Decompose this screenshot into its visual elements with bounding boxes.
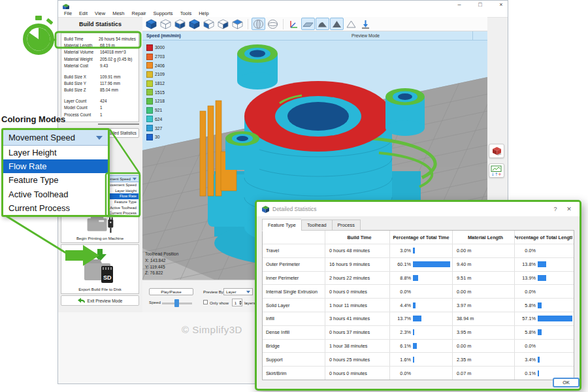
menu-item-tools[interactable]: Tools [180, 10, 192, 16]
coloring-modes-caption: Coloring Modes [1, 114, 65, 124]
menu-item-file[interactable]: File [64, 10, 72, 16]
menu-item-mesh[interactable]: Mesh [112, 10, 124, 16]
chevron-down-icon [246, 291, 250, 293]
legend-value: 3000 [155, 45, 165, 50]
length-percentage-cell: 0.0% [514, 244, 572, 257]
length-percentage-cell: 3.4% [514, 353, 572, 366]
preview-by-label: Preview By [203, 289, 223, 294]
percentage-value: 0.0% [390, 289, 411, 295]
material-length-cell: 0.00 m [452, 340, 514, 353]
legend-entry: 1218 [146, 97, 165, 106]
tab-toolhead[interactable]: Toolhead [301, 220, 332, 231]
stat-label: Material Volume [64, 50, 100, 54]
drop-tool-icon[interactable] [359, 18, 372, 30]
callout-option-active-toolhead[interactable]: Active Toolhead [3, 188, 108, 201]
callout-option-flow-rate[interactable]: Flow Rate [3, 159, 108, 173]
toolbar-separator [283, 19, 284, 29]
cube-left-icon[interactable] [202, 18, 216, 30]
length-percentage-cell: 13.8% [514, 258, 572, 271]
menu-item-help[interactable]: Help [199, 10, 208, 16]
stats-row: Build Time26 hours 54 minutes [64, 35, 136, 42]
menu-item-supports[interactable]: Supports [154, 10, 173, 16]
cube-right-icon[interactable] [216, 18, 230, 30]
ok-button[interactable]: OK [553, 378, 580, 387]
layer-count-spinner[interactable]: 1 [232, 299, 242, 306]
menu-item-edit[interactable]: Edit [79, 10, 88, 16]
legend-swatch [146, 62, 153, 69]
cross-section-tool-button[interactable] [489, 144, 504, 158]
percentage-value: 13.7% [390, 316, 411, 321]
callout-option-current-process[interactable]: Current Process [3, 201, 108, 215]
maximize-button[interactable]: □ [474, 1, 486, 8]
callout-option-feature-type[interactable]: Feature Type [3, 173, 108, 187]
cube-bottom-icon[interactable] [173, 18, 187, 30]
section-view-icon[interactable] [252, 18, 265, 30]
menu-item-repair[interactable]: Repair [132, 10, 146, 16]
percentage-bar [413, 261, 450, 267]
speed-slider-handle[interactable] [174, 299, 179, 307]
stat-value: 424 [100, 99, 136, 103]
length-percentage-cell: 5.8% [514, 299, 572, 312]
support-wedge-icon[interactable] [316, 18, 329, 30]
cube-wireframe-icon[interactable] [159, 18, 172, 30]
sphere-wireframe-icon[interactable] [266, 18, 280, 30]
stats-group: Layer Count424Model Count1Process Count1 [64, 97, 136, 118]
legend-title: Speed (mm/min) [146, 33, 181, 38]
legend-swatch [146, 89, 153, 95]
column-header: Material Length [452, 231, 514, 244]
tab-feature-type[interactable]: Feature Type [262, 219, 301, 231]
close-icon[interactable]: ✕ [564, 206, 574, 212]
column-header: Build Time [325, 231, 389, 244]
build-plate-icon[interactable] [301, 18, 315, 30]
begin-printing-button[interactable]: Begin Printing on Machine [61, 213, 139, 243]
minimize-button[interactable]: – [453, 1, 465, 8]
length-percentage-cell: 57.1% [514, 312, 572, 325]
percentage-value: 2.3% [390, 329, 411, 335]
red-cube-icon [492, 146, 502, 155]
legend-swatch [146, 80, 153, 87]
legend-swatch [146, 116, 153, 122]
spinner-arrows-icon[interactable] [238, 301, 242, 305]
build-time-cell: 3 hours 41 minutes [325, 312, 389, 325]
percentage-bar [413, 302, 416, 308]
legend-swatch [146, 71, 153, 78]
legend-entry: 2109 [146, 70, 165, 79]
callout-option-layer-height[interactable]: Layer Height [3, 146, 108, 159]
stats-group: Build Size X109.91 mmBuild Size Y117.96 … [64, 73, 136, 93]
feature-name-cell: Bridge [263, 340, 325, 353]
detailed-statistics-dialog: Detailed Statistics ? ✕ Feature TypeTool… [255, 200, 581, 391]
stats-row: Layer Count424 [64, 97, 136, 104]
only-show-checkbox[interactable] [203, 300, 208, 304]
percentage-value: 57.1% [515, 316, 536, 321]
callout-selected-mode[interactable]: Movement Speed [3, 130, 108, 146]
machine-control-panel-button[interactable]: ↓↑ + [489, 163, 504, 178]
layer-range-slider[interactable] [98, 123, 139, 125]
percentage-bar [538, 329, 542, 335]
stat-label: Material Weight [64, 57, 100, 61]
axis-icon[interactable] [287, 18, 301, 30]
stat-label: Process Count [64, 112, 100, 117]
menu-item-view[interactable]: View [95, 10, 105, 16]
callout-option-list: Layer HeightFlow RateFeature TypeActive … [3, 146, 108, 215]
percentage-value: 1.6% [390, 357, 411, 363]
cube-solid-icon[interactable] [144, 18, 158, 30]
toolhead-position: Toolhead Position X: 143.842 Y: 119.445 … [145, 251, 178, 276]
tab-process[interactable]: Process [332, 220, 361, 231]
exit-preview-mode-button[interactable]: Exit Preview Mode [61, 295, 139, 306]
table-row: Dense Infill0 hours 37 minutes2.3%3.95 m… [263, 325, 574, 339]
preview-by-dropdown[interactable]: Layer [223, 288, 253, 295]
dialog-title-bar[interactable]: Detailed Statistics ? ✕ [257, 202, 580, 216]
cone-outline-icon[interactable] [344, 18, 358, 30]
cone-solid-icon[interactable] [330, 18, 344, 30]
cube-top-icon[interactable] [231, 18, 244, 30]
help-button[interactable]: ? [550, 206, 561, 212]
dialog-title: Detailed Statistics [272, 206, 547, 212]
time-percentage-cell: 4.4% [389, 299, 452, 312]
play-pause-button[interactable]: Play/Pause [149, 288, 193, 295]
close-button[interactable]: × [495, 1, 507, 8]
legend-swatch [146, 134, 153, 140]
material-length-cell: 3.95 m [452, 326, 514, 339]
export-build-button[interactable]: SD Export Build File to Disk [61, 244, 139, 294]
begin-printing-label: Begin Printing on Machine [76, 236, 123, 240]
cube-solid2-icon[interactable] [188, 18, 201, 30]
